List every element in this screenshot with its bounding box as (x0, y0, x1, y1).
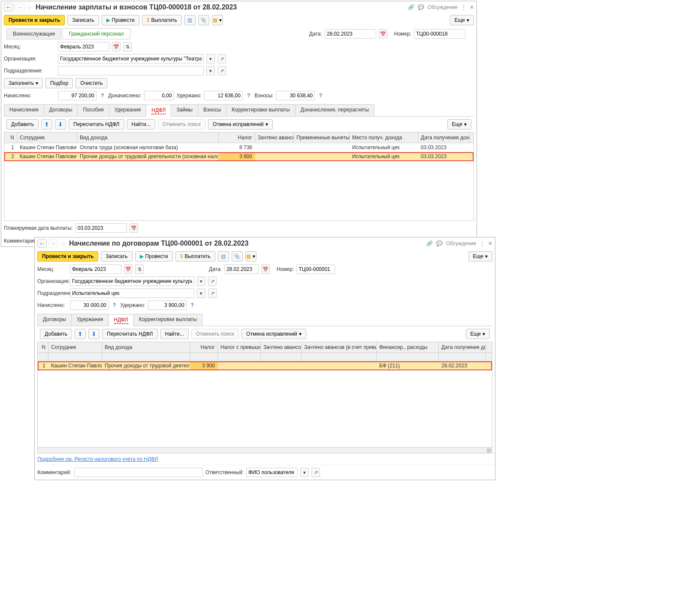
post-button[interactable]: ▶Провести (135, 251, 173, 261)
col-employee[interactable]: Сотрудник (48, 342, 102, 352)
fill-button[interactable]: Заполнить ▾ (4, 78, 43, 88)
tab-recalc[interactable]: Доначисления, перерасчеты (295, 104, 374, 116)
tab-accruals[interactable]: Начисления (4, 104, 44, 116)
col-advance-excess[interactable]: Зачтено авансов (в счет превышения) (302, 342, 377, 352)
number-field[interactable] (296, 264, 335, 274)
month-calendar-icon[interactable]: 📅 (112, 42, 121, 51)
recalc-button[interactable]: Пересчитать НДФЛ (102, 329, 157, 339)
col-income[interactable]: Вид дохода (77, 132, 219, 143)
tab-contributions[interactable]: Взносы (198, 104, 226, 116)
resp-dropdown-icon[interactable]: ▾ (300, 468, 309, 477)
grid-body[interactable]: 1Кашин Степан ПавловичОплата труда (осно… (4, 143, 474, 220)
help-icon[interactable]: ? (319, 93, 322, 99)
withheld-field[interactable] (204, 91, 243, 100)
post-close-button[interactable]: Провести и закрыть (37, 251, 98, 261)
org-field[interactable] (58, 54, 204, 63)
dept-field[interactable] (58, 66, 204, 75)
col-tax-excess[interactable]: Налог с превышения (218, 342, 261, 352)
month-stepper[interactable]: ⇅ (135, 264, 144, 274)
more-button[interactable]: Еще ▾ (468, 251, 492, 261)
doc-icon-button[interactable]: ▤ (218, 251, 229, 261)
plan-date-field[interactable] (75, 223, 127, 233)
discuss-label[interactable]: Обсуждение (428, 4, 458, 10)
tab-deductions[interactable]: Удержания (71, 314, 109, 326)
find-button[interactable]: Найти... (127, 119, 155, 129)
close-icon[interactable]: ✕ (488, 240, 492, 246)
col-place[interactable]: Место получ. дохода (350, 132, 418, 143)
col-advance[interactable]: Зачтено авансов (261, 342, 302, 352)
discuss-icon[interactable]: 💬 (418, 4, 424, 10)
col-employee[interactable]: Сотрудник (17, 132, 77, 143)
attach-icon-button[interactable]: 📎 (198, 15, 209, 25)
cancel-find-button[interactable]: Отменить поиск (191, 329, 239, 339)
dept-dropdown-icon[interactable]: ▾ (206, 66, 215, 75)
grid-more-button[interactable]: Еще ▾ (447, 119, 471, 129)
help-icon[interactable]: ? (191, 302, 194, 308)
col-date[interactable]: Дата получения дохода (418, 132, 470, 143)
pay-button[interactable]: $Выплатить (175, 251, 215, 261)
accrued-field[interactable] (70, 300, 109, 310)
favorite-icon[interactable]: ☆ (60, 240, 66, 248)
accrued-field[interactable] (58, 91, 97, 100)
contrib-field[interactable] (276, 91, 315, 100)
register-link[interactable]: Подробнее см. Регистр налогового учета п… (37, 456, 158, 462)
save-button[interactable]: Записать (67, 15, 99, 25)
tab-ndfl[interactable]: НДФЛ (146, 105, 171, 117)
tab-deductions[interactable]: Удержания (109, 104, 147, 116)
cancel-fix-button[interactable]: Отмена исправлений ▾ (208, 119, 273, 129)
save-button[interactable]: Записать (101, 251, 132, 261)
add-button[interactable]: Добавить (40, 329, 72, 339)
month-calendar-icon[interactable]: 📅 (124, 264, 133, 274)
move-down-button[interactable]: ⬇ (88, 329, 100, 339)
cancel-find-button[interactable]: Отменить поиск (158, 119, 205, 129)
post-close-button[interactable]: Провести и закрыть (4, 15, 65, 25)
nav-forward-button[interactable]: → (15, 3, 24, 12)
report-icon-button[interactable]: ▦▾ (212, 15, 223, 25)
col-tax[interactable]: Налог (219, 132, 255, 143)
org-dropdown-icon[interactable]: ▾ (206, 54, 215, 63)
calendar-icon[interactable]: 📅 (261, 264, 270, 274)
number-field[interactable] (414, 29, 465, 39)
favorite-icon[interactable]: ☆ (26, 3, 32, 12)
link-icon[interactable]: 🔗 (426, 240, 433, 246)
discuss-label[interactable]: Обсуждение (446, 240, 476, 246)
attach-icon-button[interactable]: 📎 (232, 251, 243, 261)
dept-dropdown-icon[interactable]: ▾ (197, 288, 205, 298)
date-field[interactable] (224, 264, 259, 274)
pay-button[interactable]: $Выплатить (142, 15, 182, 25)
table-row[interactable]: 2Кашин Степан ПавловичПрочие доходы от т… (4, 152, 474, 161)
resp-field[interactable] (246, 468, 298, 477)
month-field[interactable] (58, 42, 109, 51)
add-button[interactable]: Добавить (6, 119, 39, 129)
col-tax[interactable]: Налог (190, 342, 218, 352)
pick-button[interactable]: Подбор (45, 78, 73, 88)
report-icon-button[interactable]: ▦▾ (245, 251, 256, 261)
col-advance[interactable]: Зачтено авансов (255, 132, 294, 143)
org-open-icon[interactable]: ↗ (208, 276, 217, 286)
tab-contracts[interactable]: Договоры (44, 104, 78, 116)
tab-loans[interactable]: Займы (171, 104, 198, 116)
date-field[interactable] (325, 29, 376, 39)
org-field[interactable] (70, 276, 194, 286)
grid-body[interactable]: 1Кашин Степан ПавловичПрочие доходы от т… (38, 361, 492, 447)
nav-forward-button[interactable]: → (48, 239, 58, 248)
move-up-button[interactable]: ⬆ (41, 119, 52, 129)
col-n[interactable]: N (4, 132, 17, 143)
additional-field[interactable] (144, 91, 174, 100)
dept-open-icon[interactable]: ↗ (217, 66, 226, 75)
tab-corrections[interactable]: Корректировки выплаты (133, 314, 202, 326)
move-down-button[interactable]: ⬇ (55, 119, 66, 129)
horizontal-scrollbar[interactable] (38, 447, 492, 453)
help-icon[interactable]: ? (113, 302, 116, 308)
cancel-fix-button[interactable]: Отмена исправлений ▾ (241, 329, 306, 339)
tab-contracts[interactable]: Договоры (37, 314, 72, 326)
table-row[interactable]: 1Кашин Степан ПавловичОплата труда (осно… (4, 143, 474, 152)
table-row[interactable]: 1Кашин Степан ПавловичПрочие доходы от т… (38, 361, 492, 370)
tab-corrections[interactable]: Корректировки выплаты (226, 104, 295, 116)
grid-more-button[interactable]: Еще ▾ (466, 329, 490, 339)
close-icon[interactable]: ✕ (470, 4, 474, 10)
kebab-icon[interactable]: ⋮ (461, 4, 466, 10)
resp-open-icon[interactable]: ↗ (311, 468, 320, 477)
move-up-button[interactable]: ⬆ (75, 329, 86, 339)
col-income[interactable]: Вид дохода (102, 342, 190, 352)
